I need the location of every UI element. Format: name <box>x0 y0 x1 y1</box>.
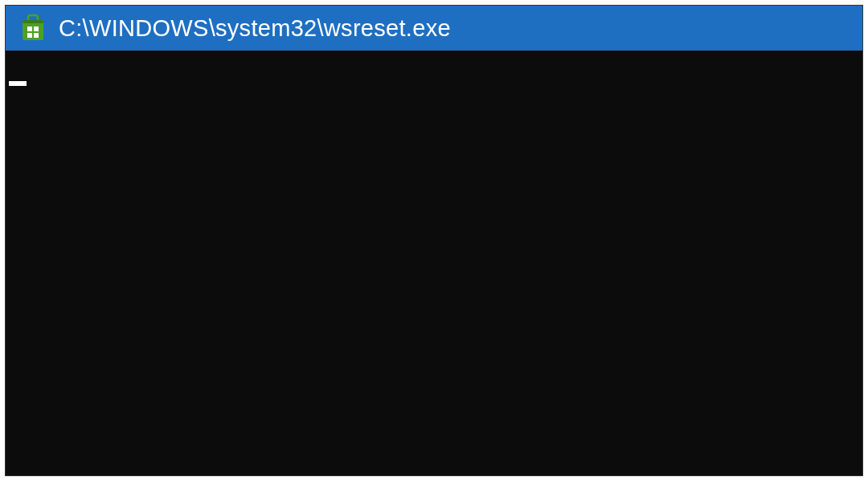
microsoft-store-icon <box>18 14 47 43</box>
console-window: C:\WINDOWS\system32\wsreset.exe <box>5 5 863 476</box>
svg-rect-3 <box>34 26 39 31</box>
terminal-cursor <box>9 81 27 86</box>
svg-rect-5 <box>34 33 39 38</box>
svg-rect-2 <box>27 26 32 31</box>
titlebar[interactable]: C:\WINDOWS\system32\wsreset.exe <box>6 6 862 51</box>
svg-rect-4 <box>27 33 32 38</box>
svg-rect-1 <box>23 20 43 23</box>
terminal-output-area[interactable] <box>6 51 862 475</box>
window-title: C:\WINDOWS\system32\wsreset.exe <box>59 15 451 42</box>
